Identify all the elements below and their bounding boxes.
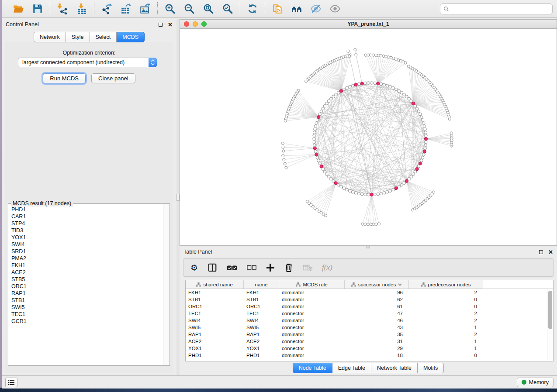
tab-select[interactable]: Select xyxy=(90,32,117,42)
export-table-icon[interactable] xyxy=(120,3,132,15)
zoom-fit-icon[interactable] xyxy=(202,3,214,15)
mcds-result-item[interactable]: STP4 xyxy=(11,220,163,227)
import-table-icon[interactable] xyxy=(76,3,88,15)
tab-network[interactable]: Network xyxy=(34,32,66,42)
mcds-result-item[interactable]: TID3 xyxy=(11,227,163,234)
zoom-selected-icon[interactable] xyxy=(221,3,234,15)
close-table-panel-icon[interactable]: ✕ xyxy=(548,250,553,254)
mcds-result-item[interactable]: GCR1 xyxy=(11,318,163,325)
table-row[interactable]: TEC1TEC1connector472 xyxy=(186,310,547,317)
close-panel-icon[interactable]: ✕ xyxy=(168,23,173,27)
mcds-result-item[interactable]: TEC1 xyxy=(11,311,163,318)
optimization-criterion-select[interactable]: largest connected component (undirected) xyxy=(18,58,157,67)
column-header-MCDS-role[interactable]: MCDS role xyxy=(279,280,345,289)
mcds-result-list[interactable]: PHD1CAR1STP4TID3YOX1SWI4SRD1PMA2FKH1ACE2… xyxy=(9,204,163,365)
open-file-icon[interactable] xyxy=(12,3,24,15)
export-network-icon[interactable] xyxy=(100,3,113,15)
zoom-out-icon[interactable] xyxy=(183,3,195,15)
tab-mcds[interactable]: MCDS xyxy=(117,32,145,42)
clone-network-icon[interactable] xyxy=(271,3,284,15)
column-header-shared-name[interactable]: shared name xyxy=(186,280,244,289)
function-builder-icon[interactable]: f(x) xyxy=(322,263,332,272)
save-session-icon[interactable] xyxy=(31,3,44,15)
memory-status-icon xyxy=(522,380,526,385)
show-columns-icon[interactable] xyxy=(208,263,217,272)
mcds-result-item[interactable]: SWI5 xyxy=(11,304,163,311)
table-cell: dominator xyxy=(279,318,345,323)
search-field[interactable] xyxy=(440,3,553,14)
table-cell: dominator xyxy=(279,304,345,309)
tab-motifs[interactable]: Motifs xyxy=(418,363,444,373)
table-scrollbar[interactable] xyxy=(547,289,553,361)
table-cell: STB1 xyxy=(244,297,279,302)
network-canvas[interactable] xyxy=(180,29,557,245)
import-network-icon[interactable] xyxy=(56,3,69,15)
table-row[interactable]: RAP1RAP1dominator352 xyxy=(186,331,547,338)
refresh-layout-icon[interactable] xyxy=(246,3,259,15)
memory-button[interactable]: Memory xyxy=(517,378,554,387)
table-cell: 61 xyxy=(345,304,409,309)
table-cell: YOX1 xyxy=(186,346,244,351)
run-mcds-button[interactable]: Run MCDS xyxy=(43,73,86,83)
panel-splitter-horizontal[interactable] xyxy=(367,246,370,248)
table-row[interactable]: PHD1PHD1dominator180 xyxy=(186,352,547,359)
mcds-result-item[interactable]: ORC1 xyxy=(11,283,163,290)
zoom-in-icon[interactable] xyxy=(164,3,176,15)
unselect-all-icon[interactable] xyxy=(247,265,256,271)
column-header-successor-nodes[interactable]: successor nodes xyxy=(345,280,409,289)
table-row[interactable]: STB1STB1dominator620 xyxy=(186,296,547,303)
mcds-result-item[interactable]: PHD1 xyxy=(11,206,163,213)
export-image-icon[interactable] xyxy=(139,3,151,15)
add-row-icon[interactable] xyxy=(266,263,275,272)
delete-row-icon[interactable] xyxy=(284,263,293,272)
mcds-result-item[interactable]: PMA2 xyxy=(11,255,163,262)
tab-edge-table[interactable]: Edge Table xyxy=(332,363,371,373)
table-cell: dominator xyxy=(279,332,345,337)
optimization-criterion-value: largest connected component (undirected) xyxy=(18,59,149,65)
table-panel-title: Table Panel xyxy=(183,249,212,255)
network-window-titlebar[interactable]: YPA_prune.txt_1 xyxy=(180,20,557,29)
show-graphics-details-icon[interactable] xyxy=(329,3,341,15)
mcds-result-item[interactable]: CAR1 xyxy=(11,213,163,220)
mcds-result-item[interactable]: RAP1 xyxy=(11,290,163,297)
mcds-result-item[interactable]: ACE2 xyxy=(11,269,163,276)
table-row[interactable]: SWI4SWI4dominator462 xyxy=(186,317,547,324)
select-all-icon[interactable] xyxy=(227,264,237,271)
column-header-name[interactable]: name xyxy=(244,280,279,289)
tab-network-table[interactable]: Network Table xyxy=(371,363,418,373)
table-row[interactable]: ACE2ACE2connector311 xyxy=(186,338,547,345)
table-cell: FKH1 xyxy=(186,290,244,295)
search-input[interactable] xyxy=(451,6,549,12)
control-panel-title: Control Panel xyxy=(6,21,39,28)
overview-icon[interactable] xyxy=(291,3,303,15)
main-toolbar xyxy=(2,0,557,18)
close-panel-button[interactable]: Close panel xyxy=(91,73,135,83)
table-row[interactable]: YOX1YOX1connector291 xyxy=(186,345,547,352)
table-row[interactable]: SWI5SWI5connector431 xyxy=(186,324,547,331)
float-table-panel-icon[interactable] xyxy=(539,250,543,254)
splitter-handle[interactable] xyxy=(176,194,180,201)
delete-table-icon[interactable] xyxy=(303,264,312,271)
network-graph[interactable] xyxy=(180,29,557,245)
hide-graphics-details-icon[interactable] xyxy=(310,3,322,15)
table-row[interactable]: ORC1ORC1dominator610 xyxy=(186,303,547,310)
table-settings-gear-icon[interactable]: ⚙ xyxy=(190,264,198,272)
memory-button-label: Memory xyxy=(529,379,549,385)
mcds-result-item[interactable]: SRD1 xyxy=(11,248,163,255)
mcds-list-scrollbar[interactable] xyxy=(163,204,169,365)
float-panel-icon[interactable] xyxy=(159,23,163,27)
mcds-result-item[interactable]: STB5 xyxy=(11,276,163,283)
mcds-result-item[interactable]: STB1 xyxy=(11,297,163,304)
table-scrollbar-thumb[interactable] xyxy=(548,291,552,329)
mcds-result-item[interactable]: YOX1 xyxy=(11,234,163,241)
automation-panel-button[interactable] xyxy=(5,378,17,387)
tab-node-table[interactable]: Node Table xyxy=(293,363,332,373)
table-cell: 96 xyxy=(345,290,409,295)
tab-style[interactable]: Style xyxy=(66,32,90,42)
mcds-result-item[interactable]: FKH1 xyxy=(11,262,163,269)
panel-splitter-vertical[interactable] xyxy=(176,19,180,375)
table-cell: TEC1 xyxy=(186,311,244,316)
column-header-predecessor-nodes[interactable]: predecessor nodes xyxy=(409,280,483,289)
table-row[interactable]: FKH1FKH1dominator962 xyxy=(186,289,547,296)
mcds-result-item[interactable]: SWI4 xyxy=(11,241,163,248)
